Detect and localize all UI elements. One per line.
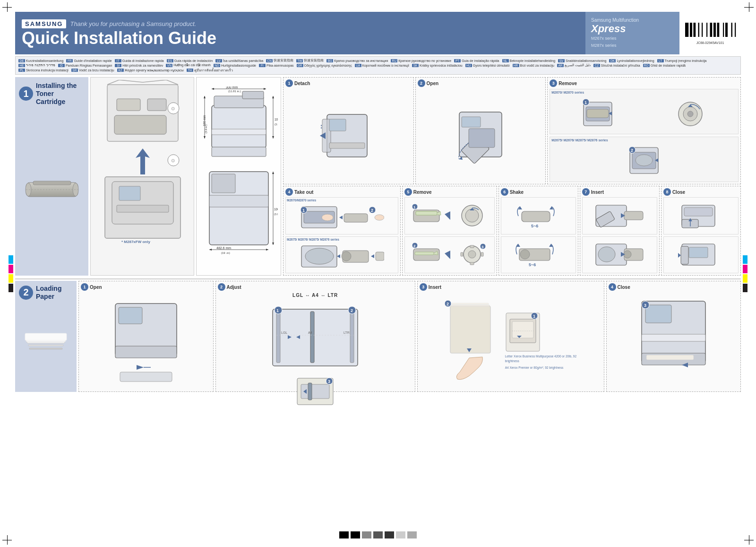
svg-text:1: 1	[302, 208, 305, 213]
takeout-s1: M2670/M2870 series 1	[285, 197, 398, 234]
adjust-svg: LGL A4 LTR 1 2	[268, 300, 362, 375]
rem2-s1b	[457, 203, 488, 229]
shake-s1: 5~6	[501, 197, 576, 234]
svg-rect-21	[725, 23, 728, 37]
lang-th: TH คู่มือการติดตั้งอย่างรวดเร็ว	[187, 68, 233, 73]
svg-point-106	[636, 155, 653, 166]
paper-step3-label: Insert	[429, 285, 441, 290]
svg-rect-20	[724, 23, 726, 37]
svg-point-124	[342, 252, 351, 261]
close-s1-svg	[677, 203, 724, 229]
reg-mark-tr	[744, 2, 754, 12]
step-open-header: 2 Open	[418, 79, 544, 87]
svg-rect-88	[329, 143, 365, 148]
svg-rect-5	[694, 23, 696, 37]
barcode-area: // Will render via inline positioning JC…	[679, 12, 741, 54]
remove-series2-label: M2675/ M2676/ M2875/ M2876 series	[551, 139, 737, 142]
svg-rect-128	[416, 211, 437, 215]
svg-marker-56	[212, 88, 214, 90]
svg-rect-23	[731, 23, 733, 37]
svg-rect-2	[689, 23, 690, 37]
paper-step3-content: 2 1	[420, 293, 602, 390]
svg-rect-142	[470, 262, 474, 265]
product-model-1: M267x series	[591, 35, 674, 42]
lang-nl: NL Beknopte installatiehandleiding	[502, 58, 556, 63]
svg-rect-9	[702, 23, 703, 37]
remove-s1b-svg	[674, 97, 707, 130]
remove-s2-svg: 2	[627, 145, 661, 178]
svg-marker-62	[204, 136, 206, 139]
step3-num: 3	[550, 79, 557, 87]
svg-text:1: 1	[584, 100, 587, 105]
step-detach-header: 1 Detach	[285, 79, 412, 87]
lang-he: HE מדריך התקנה מהיר	[18, 63, 55, 67]
svg-point-133	[465, 209, 479, 222]
svg-rect-184	[120, 372, 172, 382]
step-detach: 1 Detach	[283, 77, 414, 184]
lang-gr: GR Οδηγός γρήγορης εγκατάστασης	[297, 63, 352, 67]
svg-text:(3.9 in.): (3.9 in.)	[205, 124, 207, 133]
magenta-bar	[9, 265, 13, 273]
page-layout: SAMSUNG Thank you for purchasing a Samsu…	[15, 12, 741, 530]
paper-open-svg	[108, 299, 184, 384]
section1-number: 1	[19, 87, 33, 101]
svg-marker-66	[272, 96, 274, 98]
step-close: 8 Close	[661, 186, 741, 276]
paper-step3-header: 3 Insert	[420, 283, 602, 291]
svg-text:2: 2	[413, 244, 416, 248]
step1-num: 1	[285, 79, 293, 87]
svg-rect-1	[685, 23, 689, 37]
step2-num: 2	[418, 79, 425, 87]
insert-s2	[582, 236, 657, 274]
takeout-s2-illus	[287, 241, 397, 272]
product-model-2: M287x series	[591, 42, 674, 49]
step8-content	[663, 197, 739, 273]
steps-detach-open-remove: 1 Detach	[283, 77, 741, 184]
toner-illustration	[19, 108, 85, 271]
step2-label: Open	[427, 81, 439, 86]
close-s2-svg	[677, 242, 724, 268]
lang-ro: RO Ghid de instalare rapidă	[643, 63, 686, 67]
yellow-bar	[9, 274, 13, 283]
step4-num: 4	[285, 188, 293, 196]
lang-hu: HU Gyors telepítési útmutató	[465, 63, 510, 67]
cyan-bar-r	[743, 255, 747, 264]
svg-rect-188	[310, 312, 314, 363]
takeout-s1-svg: 1 2	[299, 204, 384, 230]
reg-mark-br	[744, 535, 754, 545]
svg-text:(3.9 in.): (3.9 in.)	[274, 213, 278, 216]
steps-4-8: 4 Take out M2670/M2870 series	[283, 186, 741, 276]
insert-details: 1 Letter Xerox Business Multipurpose 420…	[505, 312, 581, 370]
svg-rect-18	[720, 23, 723, 37]
svg-rect-24	[732, 23, 735, 37]
header-logo-row: SAMSUNG Thank you for purchasing a Samsu…	[22, 19, 578, 28]
svg-rect-19	[723, 23, 724, 37]
step4-content: M2670/M2870 series 1	[285, 197, 398, 273]
lang-sr: SR Vodič za brzu instalaciju	[71, 68, 114, 73]
svg-rect-206	[449, 305, 490, 306]
section-divider	[15, 278, 741, 279]
header-title: Quick Installation Guide	[22, 30, 578, 47]
svg-point-102	[687, 111, 693, 117]
svg-text:1: 1	[533, 314, 535, 319]
svg-rect-53	[212, 147, 266, 156]
language-bar: DE Kurzinstallationsanleitung FR Guide d…	[15, 56, 741, 75]
svg-marker-79	[272, 172, 274, 174]
svg-rect-39	[114, 115, 166, 134]
step8-header: 8 Close	[663, 188, 739, 196]
lang-id: ID Panduan Ringkas Pemasangan	[58, 63, 112, 67]
step7-label: Insert	[591, 190, 604, 195]
svg-rect-22	[728, 23, 731, 37]
remove-series1: M2670/ M2870 series	[550, 89, 739, 134]
lang-ua: UA Короткий посібник із інсталяції	[355, 63, 409, 67]
lang-es: ES Guía rápida de instalación	[167, 58, 213, 63]
step-detach-content	[285, 89, 412, 182]
remove-series2: M2675/ M2676/ M2875/ M2876 series	[550, 137, 739, 182]
svg-text:A4: A4	[308, 331, 312, 334]
step3-label: Remove	[558, 81, 577, 86]
svg-rect-93	[462, 117, 481, 127]
svg-rect-72	[209, 195, 268, 207]
page-header: SAMSUNG Thank you for purchasing a Samsu…	[15, 12, 741, 54]
step5-header: 5 Remove	[404, 188, 495, 196]
svg-rect-71	[212, 174, 235, 193]
